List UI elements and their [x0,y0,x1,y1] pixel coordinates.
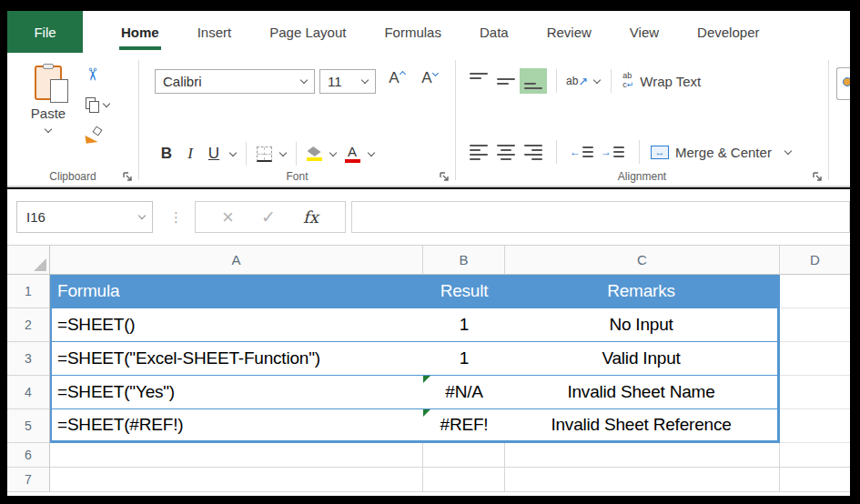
format-painter-button[interactable] [86,126,109,146]
row-header-1[interactable]: 1 [7,275,50,308]
cell-b7[interactable] [423,468,505,492]
align-right-button[interactable] [520,139,547,165]
cell-b4[interactable]: #N/A [423,376,505,409]
font-size-select[interactable]: 11 [319,69,376,94]
fill-color-dropdown[interactable] [326,141,340,166]
italic-button[interactable]: I [178,141,202,166]
paste-dropdown-icon[interactable] [45,126,52,133]
align-center-button[interactable] [492,139,520,165]
cell-c2[interactable]: No Input [505,308,780,342]
cut-button[interactable]: ✂ [86,64,109,84]
formula-input[interactable] [351,201,850,233]
name-box-dropdown-icon[interactable] [138,212,146,219]
cancel-icon[interactable]: × [222,206,234,229]
row-header-5[interactable]: 5 [7,409,50,443]
wrap-text-button[interactable]: ab c↵ Wrap Text [622,72,701,90]
alignment-group: ab ↗ ab c↵ Wrap Text [456,53,828,186]
partial-ribbon-button[interactable] [836,67,850,100]
clipboard-dialog-launcher-icon[interactable] [122,170,134,182]
font-dialog-launcher-icon[interactable] [439,170,450,182]
tab-formulas[interactable]: Formulas [365,11,460,53]
column-header-a[interactable]: A [50,246,423,275]
row-header-4[interactable]: 4 [7,376,50,409]
cell-b5[interactable]: #REF! [423,409,505,443]
tab-insert[interactable]: Insert [178,11,251,53]
name-box[interactable]: I16 [16,201,153,233]
select-all-corner[interactable] [7,246,50,275]
cell-a2[interactable]: =SHEET() [50,308,423,342]
borders-dropdown[interactable] [276,141,290,166]
tab-developer[interactable]: Developer [678,11,778,53]
font-color-button[interactable]: A [340,141,364,166]
tab-file[interactable]: File [7,11,83,53]
underline-button[interactable]: U [202,141,226,166]
copy-dropdown-icon[interactable] [103,99,110,106]
font-name-select[interactable]: Calibri [155,69,315,94]
cell-d2[interactable] [780,308,850,342]
merge-center-dropdown-icon[interactable] [784,146,792,154]
orientation-button[interactable]: ab ↗ [566,75,600,88]
font-name-dropdown-icon[interactable] [300,76,308,84]
cell-b1[interactable]: Result [423,275,505,308]
tab-data[interactable]: Data [460,11,528,53]
tab-home[interactable]: Home [102,11,178,53]
cell-d4[interactable] [780,376,850,409]
cell-b3[interactable]: 1 [423,342,505,376]
cell-b6[interactable] [423,443,505,468]
paste-button[interactable]: Paste [20,62,76,164]
decrease-font-size-button[interactable]: A [416,69,443,94]
alignment-dialog-launcher-icon[interactable] [812,170,824,182]
cell-d7[interactable] [780,468,850,492]
cell-c1[interactable]: Remarks [505,275,780,308]
column-header-b[interactable]: B [423,246,505,275]
fill-color-button[interactable] [302,141,326,166]
font-size-dropdown-icon[interactable] [361,76,369,84]
cell-a6[interactable] [50,443,423,468]
tab-page-layout[interactable]: Page Layout [250,11,365,53]
cell-c7[interactable] [505,468,780,492]
copy-button[interactable] [86,95,109,115]
cell-c6[interactable] [505,443,780,468]
column-header-c[interactable]: C [505,246,780,275]
cell-a5[interactable]: =SHEET(#REF!) [50,409,423,443]
insert-function-icon[interactable]: fx [303,207,319,227]
orientation-dropdown-icon[interactable] [593,76,601,83]
font-name-value: Calibri [163,74,202,89]
cell-c5[interactable]: Invalid Sheet Reference [505,409,780,443]
row-header-7[interactable]: 7 [7,468,50,492]
decrease-indent-button[interactable]: ← [570,146,593,158]
row-header-3[interactable]: 3 [7,342,50,376]
cell-c4[interactable]: Invalid Sheet Name [505,376,780,409]
borders-button[interactable] [252,141,276,166]
cell-a7[interactable] [50,468,423,492]
increase-indent-button[interactable]: → [601,146,624,158]
cell-b2[interactable]: 1 [423,308,505,342]
row-header-6[interactable]: 6 [7,443,50,468]
underline-dropdown[interactable] [226,141,240,166]
align-top-button[interactable] [465,68,492,94]
cell-d5[interactable] [780,409,850,443]
clipboard-group-label: Clipboard [7,170,138,183]
font-color-dropdown[interactable] [364,141,379,166]
cell-c3[interactable]: Valid Input [505,342,780,376]
align-middle-button[interactable] [492,68,520,94]
bold-button[interactable]: B [155,141,178,166]
row-header-2[interactable]: 2 [7,308,50,342]
enter-check-icon[interactable]: ✓ [261,207,276,227]
merge-center-button[interactable]: ↔ Merge & Center [651,145,791,160]
cell-a1[interactable]: Formula [50,275,423,308]
cell-d1[interactable] [780,275,850,308]
align-left-button[interactable] [465,139,492,165]
cell-a4[interactable]: =SHEET("Yes") [50,376,423,409]
cell-d6[interactable] [780,443,850,468]
cell-d3[interactable] [780,342,850,376]
increase-font-size-button[interactable]: A [383,69,410,94]
decrease-indent-icon: ← [570,146,581,158]
align-bottom-button[interactable] [520,68,547,94]
column-header-d[interactable]: D [780,246,850,275]
paste-label: Paste [31,106,66,121]
tab-review[interactable]: Review [528,11,611,53]
tab-view[interactable]: View [611,11,678,53]
cell-a3[interactable]: =SHEET("Excel-SHEET-Function") [50,342,423,376]
formula-bar-drag-dots-icon[interactable]: ⋮ [169,201,183,233]
